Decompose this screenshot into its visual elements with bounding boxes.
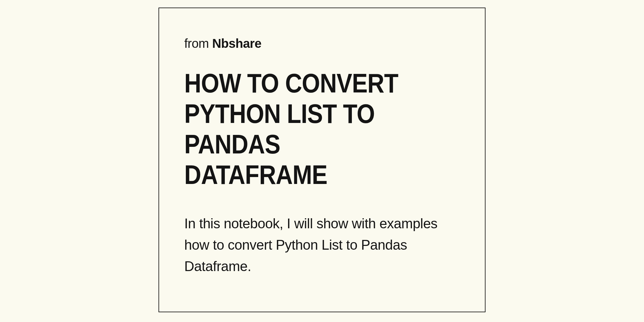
source-line: from Nbshare <box>184 36 460 51</box>
source-site: Nbshare <box>212 36 262 50</box>
source-prefix: from <box>184 36 209 50</box>
article-description: In this notebook, I will show with examp… <box>184 213 460 277</box>
article-title: HOW TO CONVERT PYTHON LIST TO PANDAS DAT… <box>184 68 427 190</box>
article-card: from Nbshare HOW TO CONVERT PYTHON LIST … <box>158 8 486 312</box>
